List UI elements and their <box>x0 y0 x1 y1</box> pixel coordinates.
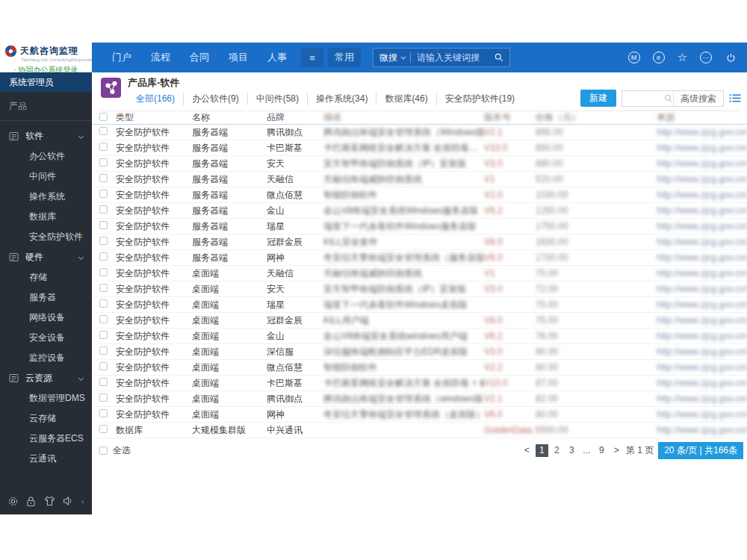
search-scope-dropdown[interactable]: 微搜 <box>379 52 404 64</box>
sound-icon[interactable] <box>63 496 74 506</box>
nav-item[interactable]: 人事 <box>258 51 297 64</box>
nav-item[interactable]: 项目 <box>219 51 258 64</box>
nav-item[interactable]: 门户 <box>102 51 141 64</box>
power-icon[interactable] <box>725 52 737 63</box>
table-search-input[interactable] <box>622 92 664 105</box>
row-checkbox[interactable] <box>99 284 108 292</box>
tree-group[interactable]: 硬件 <box>0 247 92 267</box>
tree-item[interactable]: 存储 <box>0 267 92 287</box>
row-checkbox[interactable] <box>99 299 108 308</box>
row-checkbox[interactable] <box>99 237 108 245</box>
pagination-item[interactable]: ... <box>580 444 593 457</box>
nav-item[interactable]: 流程 <box>141 51 180 64</box>
tree-item[interactable]: 服务器 <box>0 287 92 308</box>
row-checkbox[interactable] <box>99 143 108 151</box>
tree-item[interactable]: 操作系统 <box>0 187 92 207</box>
message-icon[interactable]: e <box>653 52 665 63</box>
row-checkbox[interactable] <box>99 346 108 355</box>
pagination-item[interactable]: 9 <box>595 444 608 457</box>
tree-item[interactable]: 网络设备 <box>0 308 92 328</box>
row-checkbox[interactable] <box>99 174 108 182</box>
sidebar-collapse-icon[interactable]: ‹ <box>81 497 84 505</box>
row-checkbox[interactable] <box>99 205 108 214</box>
select-all-checkbox[interactable] <box>99 113 108 121</box>
table-row[interactable]: 安全防护软件 服务器端 微点佰慧 智能防御软件 V2.0 1030.00 htt… <box>92 187 747 203</box>
table-row[interactable]: 安全防护软件 桌面端 微点佰慧 智能防御软件 V2.2 80.00 http:/… <box>92 360 747 376</box>
row-checkbox[interactable] <box>99 425 108 433</box>
table-row[interactable]: 安全防护软件 服务器端 卡巴斯基 卡巴斯基网络安全解决方案 全面防毒… V10.… <box>92 140 747 156</box>
tree-item[interactable]: 安全防护软件 <box>0 227 92 247</box>
table-row[interactable]: 安全防护软件 桌面端 腾讯御点 腾讯御点终端安全管理系统（windows版）V2… <box>92 391 747 407</box>
table-row[interactable]: 安全防护软件 桌面端 卡巴斯基 卡巴斯基网络安全解决方案 全面防毒 + 标准版…… <box>92 376 747 391</box>
tree-item[interactable]: 数据管理DMS <box>0 388 92 408</box>
table-row[interactable]: 安全防护软件 桌面端 深信服 深信服终端检测响应平台EDR桌面版 V3.0 80… <box>92 344 747 360</box>
table-row[interactable]: 安全防护软件 服务器端 金山 金山V8终端安全系统Windows服务器版 V6.… <box>92 203 747 219</box>
select-all-checkbox[interactable] <box>99 447 108 455</box>
tree-group[interactable]: 软件 <box>0 126 92 146</box>
pagination-item[interactable]: 1 <box>536 444 548 457</box>
advanced-search-button[interactable]: 高级搜索 <box>673 91 723 106</box>
search-icon[interactable] <box>664 94 673 103</box>
table-row[interactable]: 安全防护软件 桌面端 天融信 天融信终端威胁防御系统 V1 75.00 http… <box>92 266 747 281</box>
category-tab[interactable]: 全部(166) <box>128 93 183 105</box>
pagination-item[interactable]: < <box>521 444 533 457</box>
table-row[interactable]: 安全防护软件 服务器端 网神 奇安信天擎终端安全管理系统（服务器版） V6.0 … <box>92 250 747 266</box>
row-checkbox[interactable] <box>99 252 108 261</box>
row-checkbox[interactable] <box>99 268 108 276</box>
nav-item[interactable]: 合同 <box>180 51 219 64</box>
row-checkbox[interactable] <box>99 315 108 323</box>
nav-item-frequent[interactable]: 常用 <box>328 48 361 67</box>
row-checkbox[interactable] <box>99 393 108 402</box>
row-checkbox[interactable] <box>99 127 108 135</box>
table-row[interactable]: 安全防护软件 桌面端 金山 金山V8终端安全系统windows用户端 V6.2 … <box>92 329 747 344</box>
category-tab[interactable]: 办公软件(9) <box>183 93 247 105</box>
pagination-item[interactable]: > <box>610 444 623 457</box>
table-row[interactable]: 安全防护软件 桌面端 冠群金辰 KILL用户端 V8.0 75.00 http:… <box>92 313 747 329</box>
row-checkbox[interactable] <box>99 378 108 386</box>
gear-icon[interactable] <box>7 496 19 507</box>
list-view-icon[interactable] <box>729 93 741 103</box>
tree-item[interactable]: 云存储 <box>0 408 92 429</box>
tree-item[interactable]: 监控设备 <box>0 348 92 368</box>
cell-version-blurred: V1 <box>484 174 536 184</box>
theme-icon[interactable] <box>44 496 55 506</box>
pagination-item[interactable]: 3 <box>565 444 578 457</box>
table-row[interactable]: 安全防护软件 桌面端 网神 奇安信天擎终端安全管理系统（桌面版） V6.0 80… <box>92 407 747 423</box>
row-checkbox[interactable] <box>99 331 108 339</box>
table-row[interactable]: 安全防护软件 服务器端 天融信 天融信终端威胁防御系统 V1 520.00 ht… <box>92 172 747 187</box>
table-row[interactable]: 安全防护软件 服务器端 瑞星 瑞星下一代杀毒软件Windows服务器版 1750… <box>92 219 747 234</box>
table-row[interactable]: 数据库 大规模集群版 中兴通讯 GoldenData s… 5500.00 ht… <box>92 423 747 438</box>
table-row[interactable]: 安全防护软件 服务器端 冠群金辰 KILL安全套件 V8.0 1630.00 h… <box>92 234 747 250</box>
lock-icon[interactable] <box>26 496 36 507</box>
search-icon[interactable] <box>495 53 503 62</box>
tree-group[interactable]: 云资源 <box>0 368 92 388</box>
tree-item[interactable]: 安全设备 <box>0 328 92 348</box>
row-checkbox[interactable] <box>99 409 108 417</box>
table-row[interactable]: 安全防护软件 服务器端 腾讯御点 腾讯御点终端安全管理系统（Windows版） … <box>92 125 747 140</box>
global-search-input[interactable] <box>417 52 495 63</box>
table-row[interactable]: 安全防护软件 桌面端 安天 安天智甲终端防御系统（IP）安装版 V3.0 72.… <box>92 281 747 297</box>
menu-toggle-icon[interactable]: ≡ <box>301 48 323 67</box>
more-icon[interactable]: ··· <box>700 52 712 63</box>
page-size-badge[interactable]: 20 条/页 | 共166条 <box>658 442 743 459</box>
category-tab[interactable]: 中间件(58) <box>247 93 307 105</box>
row-checkbox[interactable] <box>99 221 108 229</box>
table-row[interactable]: 安全防护软件 桌面端 瑞星 瑞星下一代杀毒软件Windows桌面版 75.00 … <box>92 297 747 313</box>
m-circle-icon[interactable]: M <box>628 52 640 63</box>
tree-item[interactable]: 数据库 <box>0 207 92 227</box>
category-tab[interactable]: 操作系统(34) <box>307 93 376 105</box>
table-row[interactable]: 安全防护软件 服务器端 安天 安天智甲终端防御系统（IP）安装版 V3.0 88… <box>92 156 747 172</box>
pagination-item[interactable]: 2 <box>551 444 563 457</box>
new-button[interactable]: 新建 <box>580 90 616 107</box>
row-checkbox[interactable] <box>99 158 108 167</box>
tree-item[interactable]: 云服务器ECS <box>0 429 92 449</box>
tree-item[interactable]: 中间件 <box>0 167 92 187</box>
tree-item[interactable]: 办公软件 <box>0 146 92 167</box>
row-checkbox[interactable] <box>99 190 108 198</box>
star-icon[interactable]: ☆ <box>678 52 687 63</box>
tree-group-label: 云资源 <box>25 372 52 385</box>
row-checkbox[interactable] <box>99 362 108 370</box>
category-tab[interactable]: 安全防护软件(19) <box>436 93 523 105</box>
category-tab[interactable]: 数据库(46) <box>376 93 436 105</box>
tree-item[interactable]: 云通讯 <box>0 449 92 469</box>
